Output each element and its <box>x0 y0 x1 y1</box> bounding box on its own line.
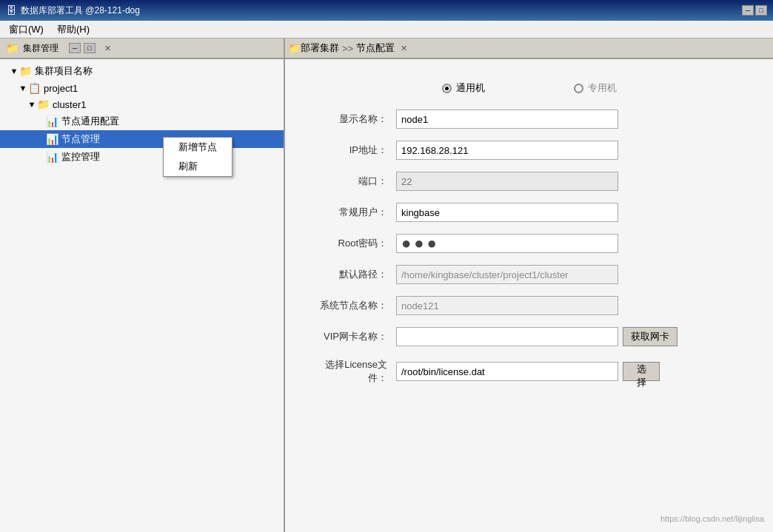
tree-node-common-config[interactable]: 📊 节点通用配置 <box>0 112 284 130</box>
context-refresh[interactable]: 刷新 <box>164 157 232 176</box>
toggle-cluster1: ▼ <box>27 100 37 109</box>
left-panel: 📁 集群管理 ─ □ ✕ ▼ 📁 集群项目名称 ▼ 📋 project1 <box>0 38 285 532</box>
radio-general-label: 通用机 <box>456 81 485 95</box>
radio-dedicated-label: 专用机 <box>588 81 617 95</box>
label-port: 端口： <box>307 175 396 188</box>
form-row-default-path: 默认路径： <box>307 265 751 284</box>
node-common-label: 节点通用配置 <box>61 115 119 128</box>
menu-window[interactable]: 窗口(W) <box>3 21 50 38</box>
radio-general[interactable]: 通用机 <box>442 81 485 95</box>
project1-icon: 📋 <box>28 82 41 94</box>
form-row-license: 选择License文件： 选 择 <box>307 358 751 385</box>
node-mgmt-icon: 📊 <box>46 133 58 145</box>
input-port[interactable] <box>396 172 618 191</box>
tree-area: ▼ 📁 集群项目名称 ▼ 📋 project1 ▼ 📁 cluster1 📊 节… <box>0 59 284 532</box>
tree-project1[interactable]: ▼ 📋 project1 <box>0 80 284 96</box>
title-bar: 🗄 数据库部署工具 @28-121-dog ─ □ <box>0 0 773 21</box>
label-license: 选择License文件： <box>307 358 396 385</box>
project1-label: project1 <box>44 83 78 94</box>
context-menu: 新增节点 刷新 <box>163 137 232 177</box>
context-add-node[interactable]: 新增节点 <box>164 138 232 157</box>
form-row-vip-nic: VIP网卡名称： 获取网卡 <box>307 327 751 346</box>
input-system-node[interactable] <box>396 296 618 315</box>
menu-bar: 窗口(W) 帮助(H) <box>0 21 773 38</box>
radio-dedicated[interactable]: 专用机 <box>574 81 617 95</box>
breadcrumb-icon: 📁 <box>288 42 301 54</box>
input-vip-nic[interactable] <box>396 327 618 346</box>
get-nic-button[interactable]: 获取网卡 <box>623 327 677 346</box>
label-ip: IP地址： <box>307 144 396 157</box>
app-icon: 🗄 <box>6 4 16 16</box>
input-display-name[interactable] <box>396 110 618 129</box>
label-default-path: 默认路径： <box>307 268 396 281</box>
label-user: 常规用户： <box>307 206 396 219</box>
left-panel-tab: 📁 集群管理 ─ □ ✕ <box>0 38 284 59</box>
main-area: 📁 集群管理 ─ □ ✕ ▼ 📁 集群项目名称 ▼ 📋 project1 <box>0 38 773 532</box>
input-user[interactable] <box>396 203 618 222</box>
menu-help[interactable]: 帮助(H) <box>51 21 96 38</box>
maximize-button[interactable]: □ <box>755 5 767 16</box>
input-license[interactable] <box>396 362 618 381</box>
right-tab-bar: 📁 部署集群 >> 节点配置 ✕ <box>285 38 773 59</box>
breadcrumb-part2: 节点配置 <box>356 41 395 55</box>
tree-monitor-management[interactable]: 📊 监控管理 <box>0 148 284 166</box>
breadcrumb: 部署集群 >> 节点配置 <box>301 41 395 55</box>
monitor-label: 监控管理 <box>61 150 100 164</box>
right-panel: 📁 部署集群 >> 节点配置 ✕ 通用机 专用机 <box>285 38 773 532</box>
toggle-space1 <box>36 117 46 126</box>
password-dots: ●●● <box>401 234 440 253</box>
tree-cluster1[interactable]: ▼ 📁 cluster1 <box>0 96 284 112</box>
toggle-root: ▼ <box>9 67 19 75</box>
root-icon: 📁 <box>19 65 32 77</box>
form-row-ip: IP地址： <box>307 141 751 160</box>
toggle-project1: ▼ <box>18 84 28 92</box>
label-system-node: 系统节点名称： <box>307 299 396 312</box>
left-panel-tab-icon: 📁 <box>6 42 19 54</box>
radio-dedicated-circle <box>574 84 583 93</box>
breadcrumb-sep: >> <box>342 43 353 54</box>
label-root-password: Root密码： <box>307 237 396 250</box>
cluster1-icon: 📁 <box>37 98 50 110</box>
form-row-port: 端口： <box>307 172 751 191</box>
app-title: 数据库部署工具 @28-121-dog <box>21 4 742 17</box>
label-vip-nic: VIP网卡名称： <box>307 330 396 343</box>
node-mgmt-label: 节点管理 <box>61 132 100 146</box>
right-panel-close[interactable]: ✕ <box>401 44 407 53</box>
choose-file-button[interactable]: 选 择 <box>623 362 660 381</box>
input-root-password-wrapper[interactable]: ●●● <box>396 234 618 253</box>
panel-minimize-button[interactable]: ─ <box>69 43 81 53</box>
panel-controls: ─ □ <box>69 43 96 53</box>
node-common-icon: 📊 <box>46 115 58 127</box>
form-area: 通用机 专用机 显示名称： IP地址： 端口： <box>285 59 773 532</box>
title-bar-buttons: ─ □ <box>742 5 767 16</box>
panel-maximize-button[interactable]: □ <box>84 43 96 53</box>
tree-root[interactable]: ▼ 📁 集群项目名称 <box>0 62 284 80</box>
form-row-user: 常规用户： <box>307 203 751 222</box>
cluster1-label: cluster1 <box>53 99 87 110</box>
form-row-display-name: 显示名称： <box>307 110 751 129</box>
breadcrumb-part1: 部署集群 <box>301 41 339 55</box>
tree-node-management[interactable]: 📊 节点管理 <box>0 130 284 148</box>
left-panel-tab-title: 集群管理 <box>23 42 58 55</box>
radio-group: 通用机 专用机 <box>307 81 751 95</box>
input-ip[interactable] <box>396 141 618 160</box>
left-panel-close[interactable]: ✕ <box>104 44 111 53</box>
root-label: 集群项目名称 <box>35 64 93 78</box>
input-default-path[interactable] <box>396 265 618 284</box>
minimize-button[interactable]: ─ <box>742 5 754 16</box>
form-row-system-node: 系统节点名称： <box>307 296 751 315</box>
toggle-space3 <box>36 152 46 161</box>
form-row-root-password: Root密码： ●●● <box>307 234 751 253</box>
label-display-name: 显示名称： <box>307 112 396 126</box>
radio-general-circle <box>442 84 452 93</box>
toggle-space2 <box>36 135 46 144</box>
monitor-icon: 📊 <box>46 151 58 163</box>
